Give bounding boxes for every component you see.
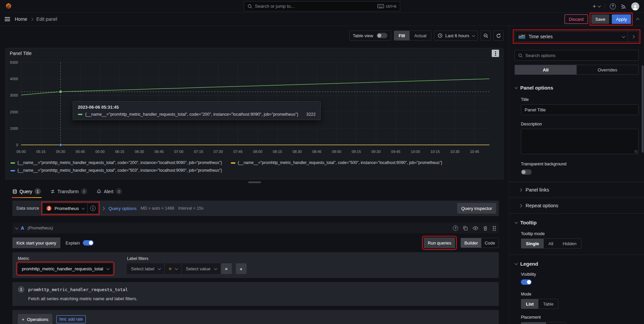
add-filter-button[interactable]: + xyxy=(236,263,247,274)
main-area: Table view Fill Actual Last 6 hours P xyxy=(0,26,509,324)
legend-mode-table[interactable]: Table xyxy=(538,299,558,309)
tab-alert[interactable]: Alert 0 xyxy=(97,188,122,198)
duplicate-icon[interactable] xyxy=(463,226,468,231)
datasource-help-button[interactable]: i xyxy=(88,203,98,213)
kebab-icon xyxy=(495,51,496,56)
add-operation-button[interactable]: + Operations xyxy=(18,314,52,324)
chevron-right-icon xyxy=(519,188,522,192)
trash-icon[interactable] xyxy=(483,226,488,231)
actual-option[interactable]: Actual xyxy=(410,31,431,40)
zoom-out-button[interactable] xyxy=(481,31,491,41)
table-view-label: Table view xyxy=(353,33,373,38)
tab-query[interactable]: Query 1 xyxy=(12,188,41,198)
transparent-background-toggle[interactable] xyxy=(521,169,532,175)
collapse-query-icon[interactable] xyxy=(15,226,18,229)
menu-toggle-icon[interactable] xyxy=(5,19,10,19)
chart-tooltip: 2023-06-06 05:31:45 {__name__="promhttp_… xyxy=(73,101,321,120)
explain-toggle[interactable] xyxy=(83,240,94,246)
panel-menu-button[interactable] xyxy=(492,50,499,57)
query-help-icon[interactable]: ? xyxy=(453,225,458,231)
save-button[interactable]: Save xyxy=(591,14,609,24)
run-queries-button[interactable]: Run queries xyxy=(424,237,455,248)
hide-query-eye-icon[interactable] xyxy=(473,226,478,230)
legend-item[interactable]: {__name__="promhttp_metric_handler_reque… xyxy=(231,160,442,166)
svg-text:06:30: 06:30 xyxy=(135,150,144,154)
hint-add-rate-button[interactable]: hint: add rate xyxy=(56,315,86,323)
tab-all[interactable]: All xyxy=(515,65,577,74)
query-ref-id[interactable]: A xyxy=(21,225,24,231)
tooltip-mode-single[interactable]: Single xyxy=(521,239,544,248)
fill-option[interactable]: Fill xyxy=(394,31,410,40)
chevron-down-icon xyxy=(214,267,217,270)
panel-links-section[interactable]: Panel links xyxy=(515,182,639,198)
panel-options-section-header[interactable]: Panel options xyxy=(515,85,639,91)
legend-section-header[interactable]: Legend xyxy=(515,261,639,267)
global-search-input[interactable]: Search or jump to... ctrl+k xyxy=(244,1,400,11)
legend-mode-segment: List Table xyxy=(521,299,558,309)
operator-dropdown[interactable]: = xyxy=(165,263,181,274)
plus-icon: + xyxy=(22,317,24,322)
visualization-picker[interactable]: Time series xyxy=(515,31,628,42)
sidebar-scrollbar[interactable] xyxy=(642,65,644,153)
help-icon[interactable]: ? xyxy=(610,3,616,9)
tooltip-series-value: 3222 xyxy=(306,112,316,117)
code-option[interactable]: Code xyxy=(481,238,498,248)
grafana-logo-icon xyxy=(5,3,12,10)
tooltip-section-header[interactable]: Tooltip xyxy=(515,220,639,225)
tooltip-mode-hidden[interactable]: Hidden xyxy=(558,239,581,248)
datasource-picker[interactable]: Prometheus xyxy=(43,203,87,213)
query-row-datasource: (Prometheus) xyxy=(28,226,53,230)
equals-operator: = xyxy=(169,266,171,271)
table-view-toggle[interactable] xyxy=(377,33,387,38)
discard-button[interactable]: Discard xyxy=(565,14,588,24)
breadcrumb-home[interactable]: Home xyxy=(15,16,27,22)
kickstart-button[interactable]: Kick start your query xyxy=(12,237,60,248)
drag-query-handle-icon[interactable] xyxy=(492,226,496,231)
grafana-logo[interactable] xyxy=(5,3,12,10)
apply-button[interactable]: Apply xyxy=(612,14,631,24)
new-menu-button[interactable]: + xyxy=(593,3,600,10)
toggle-viz-picker-button[interactable] xyxy=(628,31,639,42)
description-textarea[interactable] xyxy=(521,129,639,154)
user-avatar[interactable] xyxy=(631,2,639,10)
select-label-dropdown[interactable]: Select label xyxy=(127,263,164,274)
remove-filter-button[interactable]: × xyxy=(221,263,232,274)
svg-text:08:45: 08:45 xyxy=(312,150,322,154)
collapse-editor-icon[interactable] xyxy=(636,18,639,21)
search-options-input[interactable]: Search options xyxy=(515,50,639,61)
time-range-picker[interactable]: Last 6 hours xyxy=(434,31,478,41)
refresh-button[interactable] xyxy=(493,31,503,41)
legend-label: {__name__="promhttp_metric_handler_reque… xyxy=(17,167,222,174)
legend-item[interactable]: {__name__="promhttp_metric_handler_reque… xyxy=(10,167,222,174)
tooltip-mode-all[interactable]: All xyxy=(544,239,558,248)
metric-select[interactable]: promhttp_metric_handler_requests_total xyxy=(18,263,113,274)
tab-overrides[interactable]: Overrides xyxy=(577,65,638,74)
placement-right[interactable]: Right xyxy=(546,322,566,324)
legend-label: {__name__="promhttp_metric_handler_reque… xyxy=(17,160,222,166)
chevron-down-icon xyxy=(515,220,518,224)
explain-label: Explain xyxy=(66,240,80,246)
search-options-placeholder: Search options xyxy=(525,53,555,58)
builder-option[interactable]: Builder xyxy=(461,238,481,248)
chevron-down-icon xyxy=(175,267,178,270)
tab-transform[interactable]: Transform 0 xyxy=(50,188,87,198)
query-options-link[interactable]: Query options xyxy=(108,206,137,211)
placement-bottom[interactable]: Bottom xyxy=(521,322,546,324)
legend-item[interactable]: {__name__="promhttp_metric_handler_reque… xyxy=(10,160,222,166)
query-options-expand-icon[interactable] xyxy=(102,207,105,210)
legend-swatch xyxy=(10,162,15,164)
select-value-dropdown[interactable]: Select value xyxy=(182,263,220,274)
visibility-label: Visibility xyxy=(521,272,639,277)
news-rss-icon[interactable] xyxy=(621,3,627,9)
editor-resize-handle[interactable] xyxy=(248,181,261,183)
legend-visibility-toggle[interactable] xyxy=(521,279,532,285)
svg-text:07:30: 07:30 xyxy=(214,150,223,154)
panel-title-input[interactable] xyxy=(521,104,639,115)
description-label: Description xyxy=(521,122,639,126)
divider xyxy=(509,213,644,214)
legend-mode-list[interactable]: List xyxy=(521,299,538,309)
explain-description: Fetch all series matching metric name an… xyxy=(28,296,493,301)
resize-grip-icon[interactable] xyxy=(635,150,638,153)
repeat-options-section[interactable]: Repeat options xyxy=(515,198,639,213)
query-inspector-button[interactable]: Query inspector xyxy=(457,203,496,214)
